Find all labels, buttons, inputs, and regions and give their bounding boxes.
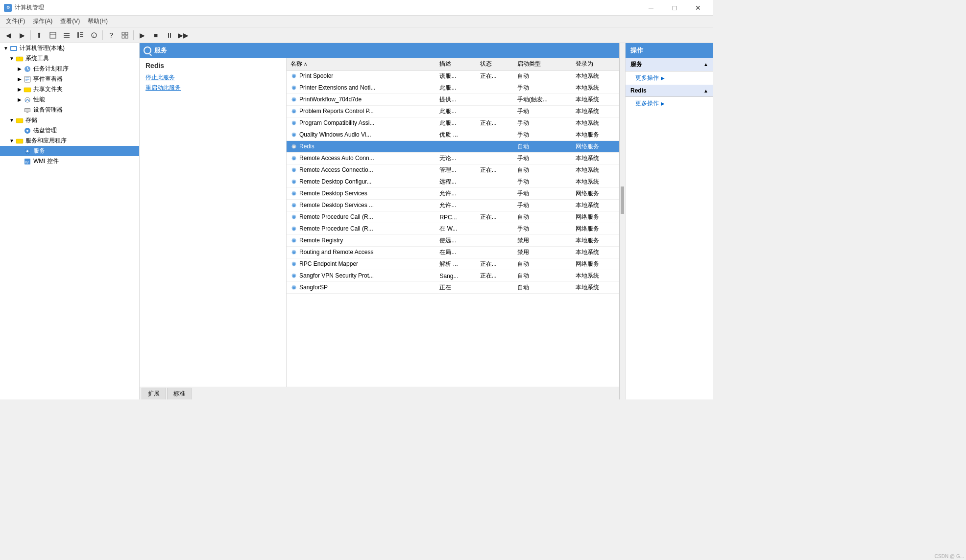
col-startup[interactable]: 启动类型 [513, 58, 572, 70]
sidebar-item-services-apps[interactable]: ▼ 服务和应用程序 [0, 136, 139, 146]
toolbar-up[interactable]: ⬆ [33, 29, 46, 42]
toolbar-stop[interactable]: ■ [149, 29, 162, 42]
tab-standard[interactable]: 标准 [167, 388, 192, 399]
ops-more-redis[interactable]: 更多操作 ▶ [626, 97, 713, 110]
table-row[interactable]: Print Spooler该服...正在...自动本地系统 [287, 70, 619, 82]
sidebar-item-wmi[interactable]: W WMI 控件 [0, 156, 139, 166]
toolbar-show-hide[interactable] [47, 29, 59, 42]
sidebar-item-shared-folders[interactable]: ▶ 共享文件夹 [0, 84, 139, 94]
bottom-tabs: 扩展 标准 [140, 387, 619, 399]
ops-section-services[interactable]: 服务 ▲ [626, 58, 713, 71]
search-icon [144, 47, 151, 54]
table-row[interactable]: Remote Procedure Call (R...在 W...手动网络服务 [287, 223, 619, 235]
menu-view[interactable]: 查看(V) [56, 16, 84, 26]
arrow-services-apps: ▼ [8, 137, 16, 145]
sidebar-item-system-tools[interactable]: ▼ 系统工具 [0, 53, 139, 64]
svg-rect-2 [64, 33, 70, 34]
svg-rect-13 [122, 32, 124, 35]
arrow-wmi [16, 158, 24, 165]
toolbar-grid[interactable] [119, 29, 131, 42]
toolbar-play[interactable]: ▶ [136, 29, 148, 42]
sidebar-item-services[interactable]: 服务 [0, 146, 139, 156]
ops-section2-arrow: ▲ [703, 88, 708, 93]
minimize-button[interactable]: ─ [640, 0, 662, 16]
table-row[interactable]: Quality Windows Audio Vi...优质 ...手动本地服务 [287, 129, 619, 141]
toolbar-forward[interactable]: ▶ [16, 29, 28, 42]
ops-header: 操作 [626, 43, 713, 58]
scrollbar[interactable] [619, 43, 625, 399]
window-title: 计算机管理 [15, 3, 640, 12]
ops-more-redis-label: 更多操作 [635, 99, 659, 108]
sidebar: ▼ 计算机管理(本地) ▼ 系统工具 ▶ 任务计划程序 ▶ 事件查看器 ▶ 共享… [0, 43, 140, 399]
col-status[interactable]: 状态 [476, 58, 513, 70]
arrow-task: ▶ [16, 65, 24, 73]
table-row[interactable]: Remote Access Auto Conn...无论...手动本地系统 [287, 153, 619, 164]
toolbar-sep-2 [102, 30, 103, 40]
sidebar-root-label: 计算机管理(本地) [20, 44, 65, 52]
ops-more-services-arrow: ▶ [661, 75, 665, 81]
service-table-container: 名称 描述 状态 启动类型 登录为 Print Spooler该服...正在..… [287, 58, 619, 387]
table-row[interactable]: RPC Endpoint Mapper解析 ...正在...自动网络服务 [287, 258, 619, 270]
stop-service-link[interactable]: 停止此服务 [145, 73, 280, 82]
table-row[interactable]: Remote Registry使远...禁用本地服务 [287, 235, 619, 247]
table-row[interactable]: Remote Desktop Services ...允许...手动本地系统 [287, 200, 619, 211]
arrow-shared: ▶ [16, 86, 24, 93]
tab-expand[interactable]: 扩展 [142, 388, 166, 399]
ops-more-services-label: 更多操作 [635, 74, 659, 82]
toolbar-pause[interactable]: ⏸ [163, 29, 176, 42]
sidebar-storage-label: 存储 [25, 116, 37, 124]
table-row[interactable]: PrintWorkflow_704d7de提供...手动(触发...本地系统 [287, 94, 619, 106]
col-desc[interactable]: 描述 [435, 58, 476, 70]
toolbar-back[interactable]: ◀ [2, 29, 15, 42]
sidebar-item-disk-manager[interactable]: 磁盘管理 [0, 125, 139, 136]
table-row[interactable]: Redis自动网络服务 [287, 141, 619, 153]
app-icon: ⚙ [4, 4, 12, 12]
table-row[interactable]: Remote Desktop Configur...远程...手动本地系统 [287, 176, 619, 188]
table-row[interactable]: Printer Extensions and Noti...此服...手动本地系… [287, 82, 619, 94]
svg-point-38 [26, 150, 28, 152]
col-name[interactable]: 名称 [287, 58, 435, 70]
toolbar: ◀ ▶ ⬆ i ? ▶ ■ ⏸ ▶▶ [0, 27, 713, 43]
arrow-system-tools: ▼ [8, 55, 16, 63]
table-row[interactable]: Remote Access Connectio...管理...正在...自动本地… [287, 164, 619, 176]
menu-file[interactable]: 文件(F) [2, 16, 29, 26]
table-row[interactable]: Sangfor VPN Security Prot...Sang...正在...… [287, 270, 619, 282]
sidebar-root[interactable]: ▼ 计算机管理(本地) [0, 43, 139, 53]
arrow-perf: ▶ [16, 96, 24, 104]
sidebar-item-event-viewer[interactable]: ▶ 事件查看器 [0, 74, 139, 84]
close-button[interactable]: ✕ [687, 0, 709, 16]
table-row[interactable]: SangforSP正在自动本地系统 [287, 282, 619, 294]
svg-text:W: W [25, 160, 29, 164]
sidebar-services-label: 服务 [33, 147, 45, 155]
ops-more-services[interactable]: 更多操作 ▶ [626, 71, 713, 85]
menu-help[interactable]: 帮助(H) [84, 16, 112, 26]
maximize-button[interactable]: □ [663, 0, 686, 16]
menu-action[interactable]: 操作(A) [29, 16, 56, 26]
ops-section-redis[interactable]: Redis ▲ [626, 85, 713, 97]
sidebar-item-task-scheduler[interactable]: ▶ 任务计划程序 [0, 64, 139, 74]
svg-rect-40 [27, 153, 28, 155]
toolbar-help[interactable]: ? [105, 29, 118, 42]
right-panel: 服务 Redis 停止此服务 重启动此服务 名称 描述 [140, 43, 713, 399]
table-row[interactable]: Problem Reports Control P...此服...手动本地系统 [287, 106, 619, 117]
sidebar-item-performance[interactable]: ▶ 性能 [0, 94, 139, 105]
toolbar-properties[interactable]: i [88, 29, 100, 42]
table-row[interactable]: Remote Desktop Services允许...手动网络服务 [287, 188, 619, 200]
table-row[interactable]: Routing and Remote Access在局...禁用本地系统 [287, 247, 619, 258]
table-row[interactable]: Remote Procedure Call (R...RPC...正在...自动… [287, 211, 619, 223]
sidebar-item-storage[interactable]: ▼ 存储 [0, 115, 139, 125]
toolbar-step[interactable]: ▶▶ [177, 29, 190, 42]
svg-point-35 [26, 130, 28, 132]
col-login[interactable]: 登录为 [572, 58, 619, 70]
restart-service-link[interactable]: 重启动此服务 [145, 84, 280, 92]
sidebar-services-apps-label: 服务和应用程序 [25, 137, 67, 145]
svg-text:i: i [94, 33, 95, 38]
toolbar-details[interactable] [74, 29, 87, 42]
window-controls[interactable]: ─ □ ✕ [640, 0, 709, 16]
toolbar-list[interactable] [60, 29, 73, 42]
arrow-root: ▼ [2, 45, 10, 52]
sidebar-item-device-manager[interactable]: 设备管理器 [0, 105, 139, 115]
svg-rect-10 [80, 36, 83, 37]
title-bar: ⚙ 计算机管理 ─ □ ✕ [0, 0, 713, 16]
table-row[interactable]: Program Compatibility Assi...此服...正在...手… [287, 117, 619, 129]
